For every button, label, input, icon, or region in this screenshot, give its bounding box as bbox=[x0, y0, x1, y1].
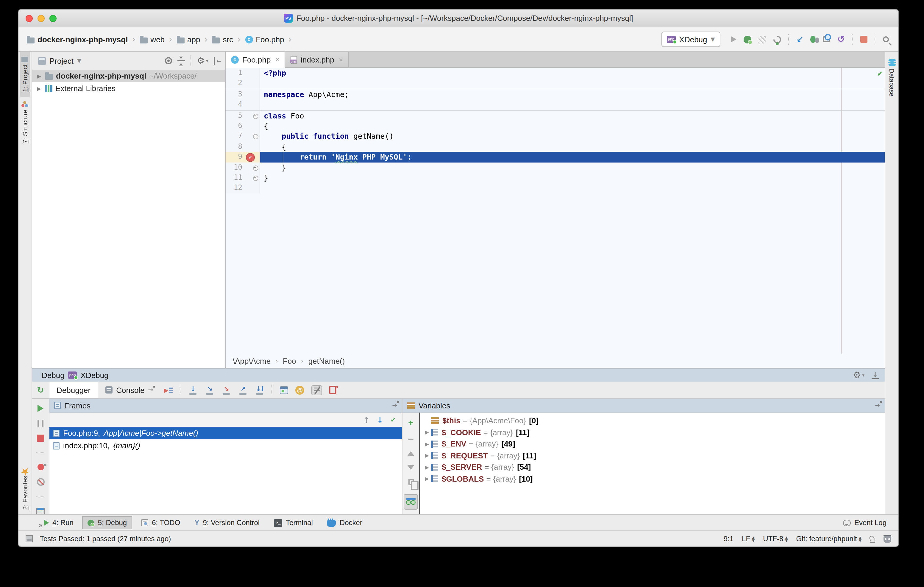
toolwindow-button-todo[interactable]: 6: TODO bbox=[136, 516, 185, 529]
fold-marker-icon[interactable] bbox=[253, 176, 258, 181]
debug-icon[interactable] bbox=[743, 35, 751, 43]
line-breakpoints-toggle-icon[interactable] bbox=[311, 385, 322, 395]
force-step-into-icon[interactable] bbox=[221, 386, 231, 394]
event-log-button[interactable]: Event Log bbox=[843, 519, 886, 527]
sidebar-item-database[interactable]: Database bbox=[887, 52, 897, 101]
sidebar-item-structure[interactable]: 7: Structure bbox=[20, 97, 30, 148]
variable-row-_request[interactable]: ▶$_REQUEST={array}[11] bbox=[420, 450, 885, 462]
stop-icon[interactable] bbox=[37, 435, 44, 442]
focus-variables-icon[interactable] bbox=[875, 402, 880, 408]
restore-layout-icon[interactable] bbox=[36, 508, 45, 514]
variable-row-_env[interactable]: ▶$_ENV={array}[49] bbox=[420, 438, 885, 450]
variable-row-globals[interactable]: ▶$GLOBALS={array}[10] bbox=[420, 473, 885, 485]
code-area[interactable]: 1<?php23namespace App\Acme;45class Foo6{… bbox=[226, 68, 885, 354]
show-watches-icon[interactable] bbox=[406, 498, 416, 505]
fold-marker-icon[interactable] bbox=[253, 134, 258, 140]
hide-panel-icon[interactable] bbox=[214, 57, 221, 64]
fold-marker-icon[interactable] bbox=[253, 165, 258, 171]
code-line-10[interactable]: 10 } bbox=[226, 162, 885, 173]
mute-breakpoints-icon[interactable] bbox=[36, 478, 45, 486]
step-over-icon[interactable] bbox=[188, 386, 198, 394]
rerun-debug-icon[interactable] bbox=[37, 386, 44, 394]
gear-icon[interactable] bbox=[197, 56, 205, 65]
code-line-9[interactable]: 9 return 'Nginx PHP MySQL'; bbox=[226, 152, 885, 162]
remove-watch-icon[interactable] bbox=[407, 435, 414, 442]
debug-tab-debugger[interactable]: Debugger bbox=[49, 382, 98, 398]
show-watches-icon-wrap[interactable] bbox=[404, 494, 418, 510]
stop-icon[interactable] bbox=[860, 36, 868, 43]
sidebar-item-favorites[interactable]: 2: Favorites bbox=[20, 465, 30, 514]
focus-frame-icon[interactable] bbox=[392, 402, 397, 408]
toolwindow-button-run[interactable]: 4: Run bbox=[39, 516, 79, 529]
code-line-2[interactable]: 2 bbox=[226, 78, 885, 89]
code-line-5[interactable]: 5class Foo bbox=[226, 110, 885, 121]
sidebar-item-project[interactable]: 1: Project bbox=[20, 52, 30, 97]
variable-row-this[interactable]: $this={App\Acme\Foo}[0] bbox=[420, 415, 885, 427]
gear-icon[interactable] bbox=[853, 371, 861, 379]
fold-marker-icon[interactable] bbox=[253, 114, 258, 119]
listen-php-debug-icon[interactable] bbox=[772, 34, 783, 45]
quick-evaluate-icon[interactable] bbox=[295, 386, 304, 394]
search-everywhere-icon[interactable] bbox=[883, 36, 889, 42]
debug-tab-console[interactable]: Console bbox=[98, 382, 160, 398]
copy-watch-icon[interactable] bbox=[408, 479, 414, 485]
update-project-icon[interactable] bbox=[796, 35, 803, 43]
variable-row-_cookie[interactable]: ▶$_COOKIE={array}[11] bbox=[420, 427, 885, 438]
close-icon[interactable]: × bbox=[339, 56, 343, 63]
debug-settings-group[interactable]: ▾ bbox=[853, 371, 865, 379]
move-watch-up-icon[interactable] bbox=[407, 451, 414, 456]
expand-arrow-icon[interactable]: ▶ bbox=[37, 86, 42, 91]
code-line-3[interactable]: 3namespace App\Acme; bbox=[226, 89, 885, 100]
toolwindow-button-debug[interactable]: 5: Debug bbox=[82, 516, 132, 529]
minimize-window-button[interactable] bbox=[38, 15, 45, 22]
close-window-button[interactable] bbox=[26, 15, 33, 22]
expand-arrow-icon[interactable]: ▶ bbox=[423, 441, 431, 447]
expand-arrow-icon[interactable]: ▶ bbox=[423, 476, 431, 482]
breakpoint-icon[interactable] bbox=[246, 153, 255, 162]
breadcrumb-item-src[interactable]: src bbox=[212, 35, 233, 44]
toolwindow-button-vcs[interactable]: 9: Version Control bbox=[189, 516, 265, 529]
frame-row[interactable]: Foo.php:9, App|Acme|Foo->getName() bbox=[50, 427, 402, 439]
settings-clipboard-icon[interactable] bbox=[329, 386, 337, 394]
project-settings-group[interactable]: ▾ bbox=[197, 56, 208, 65]
previous-frame-icon[interactable] bbox=[363, 416, 370, 424]
close-icon[interactable]: × bbox=[276, 56, 279, 63]
add-watch-icon[interactable] bbox=[408, 419, 414, 426]
move-watch-down-icon[interactable] bbox=[407, 465, 414, 470]
code-line-4[interactable]: 4 bbox=[226, 99, 885, 110]
hide-toolwindow-icon[interactable] bbox=[871, 371, 879, 379]
caret-position-widget[interactable]: 9:1 bbox=[724, 534, 734, 543]
pause-icon[interactable] bbox=[38, 420, 43, 427]
run-icon[interactable] bbox=[731, 36, 736, 42]
more-icon[interactable] bbox=[39, 522, 42, 529]
breadcrumb-item-web[interactable]: web bbox=[140, 35, 165, 44]
resume-icon[interactable] bbox=[38, 405, 43, 412]
recent-devices-icon[interactable] bbox=[823, 36, 830, 42]
project-view-dropdown-icon[interactable]: ▼ bbox=[77, 58, 81, 64]
code-line-1[interactable]: 1<?php bbox=[226, 68, 885, 78]
collapse-all-icon[interactable] bbox=[177, 57, 185, 64]
show-execution-point-icon[interactable] bbox=[164, 386, 173, 394]
tab-index-php[interactable]: index.php× bbox=[285, 52, 349, 67]
highlighting-level-icon[interactable] bbox=[883, 536, 891, 542]
expand-arrow-icon[interactable]: ▶ bbox=[423, 453, 431, 459]
expand-arrow-icon[interactable]: ▶ bbox=[423, 430, 431, 435]
toolwindow-button-terminal[interactable]: Terminal bbox=[269, 516, 318, 529]
editor-breadcrumb-item[interactable]: \App\Acme bbox=[233, 356, 271, 365]
breadcrumb-item-foo-php[interactable]: Foo.php bbox=[245, 35, 284, 44]
tab-foo-php[interactable]: Foo.php× bbox=[226, 52, 285, 68]
project-root-row[interactable]: ▶ docker-nginx-php-mysql ~/Workspace/ bbox=[32, 70, 225, 82]
frame-row[interactable]: index.php:10, {main}() bbox=[50, 439, 402, 452]
rollback-icon[interactable] bbox=[837, 35, 845, 44]
view-breakpoints-icon[interactable] bbox=[37, 464, 44, 470]
line-ending-widget[interactable]: LF ▲▼ bbox=[742, 534, 755, 543]
lock-icon[interactable] bbox=[870, 539, 875, 542]
code-line-6[interactable]: 6{ bbox=[226, 121, 885, 131]
encoding-widget[interactable]: UTF-8 ▲▼ bbox=[763, 534, 788, 543]
git-branch-widget[interactable]: Git: feature/phpunit ▲▼ bbox=[796, 534, 861, 543]
code-line-7[interactable]: 7 public function getName() bbox=[226, 131, 885, 142]
run-configuration-select[interactable]: XDebug ▼ bbox=[662, 31, 720, 47]
step-into-icon[interactable] bbox=[205, 386, 214, 394]
run-to-cursor-icon[interactable] bbox=[255, 386, 264, 394]
editor-breadcrumb-item[interactable]: getName() bbox=[309, 356, 345, 365]
